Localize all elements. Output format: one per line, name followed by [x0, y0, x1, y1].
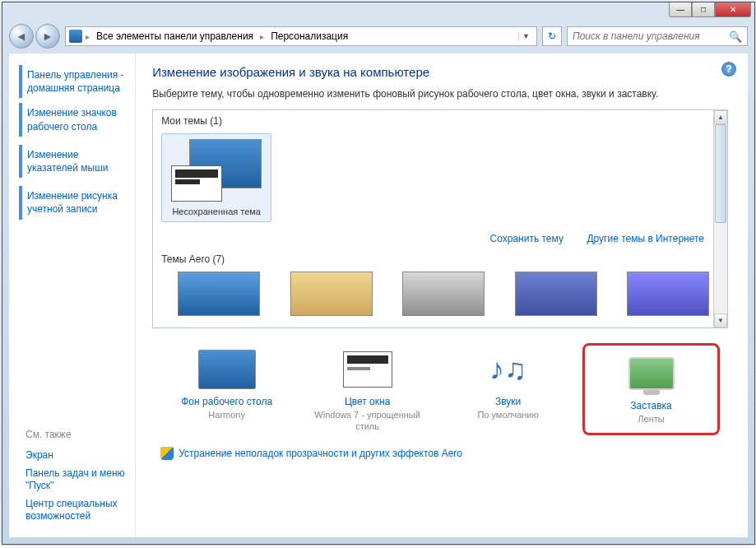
address-bar[interactable]: ▸ Все элементы панели управления ▸ Персо… — [65, 26, 537, 46]
sidebar: Панель управления - домашняя страница Из… — [9, 53, 136, 537]
aero-theme-item[interactable] — [499, 272, 597, 324]
content-area: Панель управления - домашняя страница Из… — [9, 53, 748, 537]
main-pane: ? Изменение изображения и звука на компь… — [136, 53, 748, 537]
aero-theme-item[interactable] — [274, 272, 373, 324]
page-subtitle: Выберите тему, чтобы одновременно измени… — [152, 87, 728, 101]
refresh-button[interactable]: ↻ — [542, 26, 562, 46]
address-dropdown-icon[interactable]: ▼ — [518, 32, 533, 40]
setting-value: Harmony — [164, 409, 290, 420]
theme-links-row: Сохранить тему Другие темы в Интернете — [153, 225, 727, 248]
setting-title: Фон рабочего стола — [164, 396, 290, 407]
theme-preview — [171, 139, 262, 202]
minimize-button[interactable]: — — [669, 2, 692, 17]
sidebar-link-display[interactable]: Экран — [19, 447, 125, 465]
shield-icon — [160, 447, 174, 460]
troubleshoot-row: Устранение неполадок прозрачности и друг… — [152, 440, 728, 460]
aero-theme-item[interactable] — [161, 272, 260, 324]
chevron-right-icon: ▸ — [86, 32, 90, 41]
scroll-up-icon[interactable]: ▲ — [714, 110, 727, 124]
search-icon[interactable]: 🔍 — [729, 30, 742, 43]
setting-value: Windows 7 - упрощенный стиль — [304, 409, 430, 433]
maximize-button[interactable]: □ — [692, 2, 715, 17]
personalization-settings-row: Фон рабочего стола Harmony Цвет окна Win… — [152, 328, 728, 441]
setting-title: Цвет окна — [304, 396, 430, 407]
desktop-background-icon — [198, 350, 256, 389]
online-themes-link[interactable]: Другие темы в Интернете — [587, 233, 704, 244]
nav-bar: ◄ ► ▸ Все элементы панели управления ▸ П… — [9, 22, 748, 50]
sidebar-link-account-picture[interactable]: Изменение рисунка учетной записи — [19, 186, 125, 219]
aero-themes-label: Темы Aero (7) — [153, 248, 727, 268]
setting-title: Звуки — [445, 396, 571, 407]
themes-container: ▲ ▼ Мои темы (1) Несохраненная тема Сохр… — [152, 109, 728, 328]
setting-screensaver[interactable]: Заставка Ленты — [582, 343, 720, 436]
setting-value: Ленты — [588, 413, 714, 425]
setting-value: По умолчанию — [445, 409, 571, 420]
theme-label: Несохраненная тема — [167, 207, 266, 216]
aero-theme-item[interactable] — [610, 272, 709, 324]
sidebar-link-desktop-icons[interactable]: Изменение значков рабочего стола — [19, 103, 125, 136]
scroll-down-icon[interactable]: ▼ — [714, 313, 727, 327]
scrollbar[interactable]: ▲ ▼ — [713, 110, 727, 327]
breadcrumb-item[interactable]: Персонализация — [267, 30, 351, 42]
setting-title: Заставка — [588, 400, 714, 411]
search-box[interactable]: 🔍 — [567, 26, 748, 46]
search-input[interactable] — [573, 28, 729, 44]
aero-theme-item[interactable] — [386, 272, 485, 324]
breadcrumb-item[interactable]: Все элементы панели управления — [93, 30, 257, 42]
setting-window-color[interactable]: Цвет окна Windows 7 - упрощенный стиль — [301, 343, 434, 436]
sidebar-link-mouse-pointers[interactable]: Изменение указателей мыши — [19, 145, 125, 178]
control-panel-icon — [69, 30, 82, 43]
aero-themes-row — [153, 268, 727, 327]
page-title: Изменение изображения и звука на компьют… — [152, 65, 728, 79]
forward-button[interactable]: ► — [35, 24, 60, 49]
my-themes-label: Мои темы (1) — [153, 110, 727, 130]
setting-desktop-background[interactable]: Фон рабочего стола Harmony — [160, 343, 293, 436]
sidebar-home-link[interactable]: Панель управления - домашняя страница — [19, 65, 125, 98]
setting-sounds[interactable]: ♪♫ Звуки По умолчанию — [442, 343, 574, 436]
window-frame: — □ ✕ ◄ ► ▸ Все элементы панели управлен… — [2, 2, 755, 545]
window-color-icon — [343, 351, 392, 388]
title-bar-controls: — □ ✕ — [669, 2, 751, 17]
close-button[interactable]: ✕ — [715, 2, 751, 17]
theme-item-unsaved[interactable]: Несохраненная тема — [161, 133, 271, 222]
sidebar-see-also-label: См. также — [19, 427, 125, 447]
save-theme-link[interactable]: Сохранить тему — [490, 233, 564, 244]
chevron-right-icon: ▸ — [260, 32, 264, 41]
screensaver-icon — [628, 357, 675, 390]
sidebar-link-ease-of-access[interactable]: Центр специальных возможностей — [19, 495, 125, 526]
help-icon[interactable]: ? — [721, 62, 736, 77]
aero-troubleshoot-link[interactable]: Устранение неполадок прозрачности и друг… — [179, 448, 462, 459]
scroll-thumb[interactable] — [715, 124, 726, 223]
sidebar-link-taskbar[interactable]: Панель задач и меню "Пуск" — [19, 465, 125, 495]
back-button[interactable]: ◄ — [9, 24, 34, 49]
sounds-icon: ♪♫ — [489, 352, 526, 387]
